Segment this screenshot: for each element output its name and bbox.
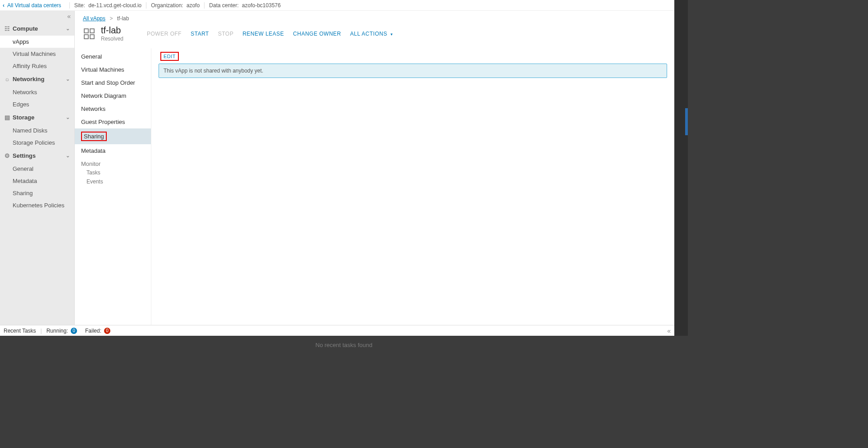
dc-label: Data center: — [209, 2, 238, 9]
breadcrumb-sep: > — [109, 15, 113, 22]
recent-tasks-title: Recent Tasks — [4, 328, 36, 334]
sidebar-item-metadata[interactable]: Metadata — [0, 175, 74, 187]
stop-button: STOP — [218, 31, 233, 37]
org-value: azofo — [186, 2, 200, 9]
storage-icon: ▤ — [5, 114, 10, 121]
detail-subnav: General Virtual Machines Start and Stop … — [75, 48, 151, 325]
svg-rect-3 — [90, 35, 94, 39]
running-count-badge: 0 — [71, 328, 77, 334]
subnav-network-diagram[interactable]: Network Diagram — [75, 89, 151, 102]
breadcrumb-current: tf-lab — [117, 15, 129, 22]
back-chevron-icon[interactable]: ‹ — [3, 2, 5, 9]
all-actions-label: ALL ACTIONS — [350, 31, 387, 37]
subnav-tasks[interactable]: Tasks — [75, 168, 151, 177]
vapp-status: Resolved — [101, 36, 123, 42]
chevron-down-icon: ▾ — [391, 32, 393, 37]
breadcrumb: All vApps > tf-lab — [75, 11, 674, 24]
subnav-networks[interactable]: Networks — [75, 102, 151, 115]
dc-meta: Data center: azofo-bc103576 — [204, 2, 285, 9]
site-meta: Site: de-11.vcd.get-cloud.io — [69, 2, 146, 9]
recent-tasks-bar: Recent Tasks | Running: 0 Failed: 0 « — [0, 325, 674, 336]
page-title: tf-lab — [101, 25, 123, 36]
edit-button[interactable]: EDIT — [160, 52, 179, 61]
sharing-info-box: This vApp is not shared with anybody yet… — [159, 64, 667, 78]
dc-value: azofo-bc103576 — [242, 2, 281, 9]
failed-label: Failed: — [85, 328, 101, 334]
sidebar-item-storage-policies[interactable]: Storage Policies — [0, 137, 74, 149]
no-recent-tasks-text: No recent tasks found — [315, 342, 372, 348]
subnav-events[interactable]: Events — [75, 177, 151, 186]
chevron-down-icon: ⌄ — [66, 26, 70, 32]
sidebar-item-sharing[interactable]: Sharing — [0, 187, 74, 199]
left-sidebar: « ☷Compute ⌄ vApps Virtual Machines Affi… — [0, 11, 75, 325]
power-off-button: POWER OFF — [147, 31, 182, 37]
sidebar-item-named-disks[interactable]: Named Disks — [0, 124, 74, 137]
no-recent-tasks-strip: No recent tasks found — [0, 336, 688, 354]
sidebar-group-label: Compute — [13, 25, 38, 32]
org-meta: Organization: azofo — [146, 2, 204, 9]
chevron-down-icon: ⌄ — [66, 114, 70, 120]
right-dark-strip — [674, 0, 688, 336]
title-block: tf-lab Resolved — [101, 25, 123, 42]
sidebar-item-networks[interactable]: Networks — [0, 86, 74, 98]
org-label: Organization: — [151, 2, 183, 9]
sidebar-item-kubernetes-policies[interactable]: Kubernetes Policies — [0, 199, 74, 211]
collapse-sidebar-icon[interactable]: « — [0, 11, 74, 22]
right-accent-strip — [685, 108, 688, 135]
subnav-monitor-header: Monitor — [75, 157, 151, 168]
sidebar-item-general[interactable]: General — [0, 163, 74, 175]
action-bar: POWER OFF START STOP RENEW LEASE CHANGE … — [147, 31, 393, 37]
svg-rect-2 — [84, 35, 88, 39]
sidebar-group-compute[interactable]: ☷Compute ⌄ — [0, 22, 74, 36]
all-vdc-link[interactable]: All Virtual data centers — [7, 2, 61, 9]
header-row: tf-lab Resolved POWER OFF START STOP REN… — [75, 24, 674, 48]
start-button[interactable]: START — [191, 31, 209, 37]
site-label: Site: — [74, 2, 85, 9]
network-icon: ☼ — [5, 76, 10, 82]
chevron-down-icon: ⌄ — [66, 76, 70, 82]
gear-icon: ⚙ — [5, 152, 10, 159]
sidebar-item-virtual-machines[interactable]: Virtual Machines — [0, 48, 74, 60]
topbar: ‹ All Virtual data centers Site: de-11.v… — [0, 0, 674, 11]
svg-rect-1 — [90, 29, 94, 33]
sidebar-group-settings[interactable]: ⚙Settings ⌄ — [0, 149, 74, 163]
sidebar-item-affinity-rules[interactable]: Affinity Rules — [0, 60, 74, 72]
subnav-guest-properties[interactable]: Guest Properties — [75, 115, 151, 128]
svg-rect-0 — [84, 29, 88, 33]
subnav-start-stop-order[interactable]: Start and Stop Order — [75, 76, 151, 89]
subnav-virtual-machines[interactable]: Virtual Machines — [75, 63, 151, 76]
vapp-icon — [83, 27, 95, 40]
grid-icon: ☷ — [5, 25, 10, 32]
sidebar-group-label: Storage — [13, 114, 34, 121]
sidebar-item-vapps[interactable]: vApps — [0, 36, 74, 48]
subnav-sharing-label: Sharing — [81, 132, 107, 141]
site-value: de-11.vcd.get-cloud.io — [88, 2, 141, 9]
all-actions-button[interactable]: ALL ACTIONS ▾ — [350, 31, 393, 37]
subnav-general[interactable]: General — [75, 50, 151, 63]
sidebar-group-label: Settings — [13, 152, 36, 159]
failed-count-badge: 0 — [104, 328, 110, 334]
breadcrumb-root-link[interactable]: All vApps — [83, 15, 105, 22]
running-label: Running: — [46, 328, 68, 334]
subnav-metadata[interactable]: Metadata — [75, 144, 151, 157]
detail-area: General Virtual Machines Start and Stop … — [75, 48, 674, 325]
change-owner-button[interactable]: CHANGE OWNER — [293, 31, 341, 37]
sidebar-group-networking[interactable]: ☼Networking ⌄ — [0, 72, 74, 86]
app-window: ‹ All Virtual data centers Site: de-11.v… — [0, 0, 674, 336]
content-area: All vApps > tf-lab tf-lab Resolved — [75, 11, 674, 325]
expand-tasks-icon[interactable]: « — [667, 327, 671, 334]
subnav-sharing[interactable]: Sharing — [75, 128, 151, 144]
chevron-down-icon: ⌄ — [66, 153, 70, 159]
sidebar-group-label: Networking — [13, 76, 45, 82]
main-row: « ☷Compute ⌄ vApps Virtual Machines Affi… — [0, 11, 674, 325]
sidebar-item-edges[interactable]: Edges — [0, 98, 74, 110]
sidebar-group-storage[interactable]: ▤Storage ⌄ — [0, 110, 74, 124]
sharing-panel: EDIT This vApp is not shared with anybod… — [151, 48, 674, 325]
renew-lease-button[interactable]: RENEW LEASE — [242, 31, 284, 37]
